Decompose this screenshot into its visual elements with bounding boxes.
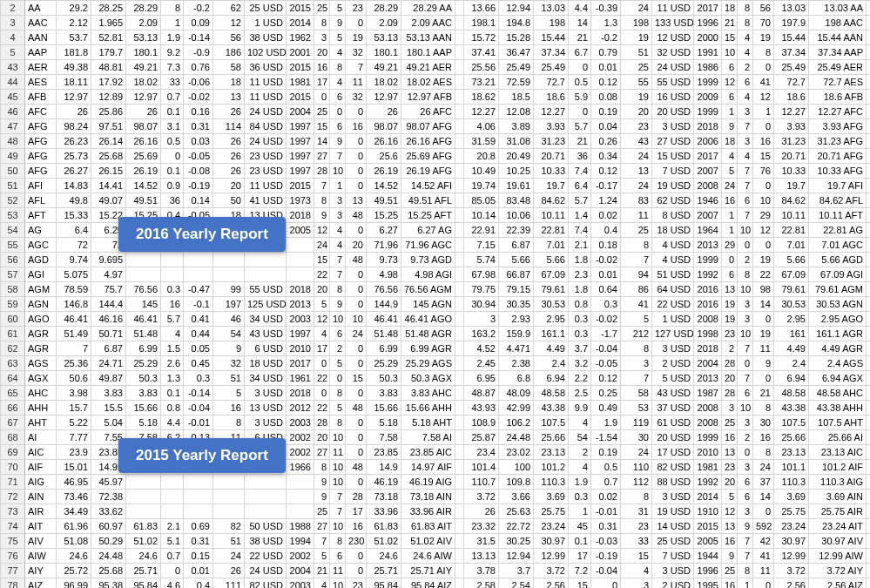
cell[interactable]: 4.49 bbox=[774, 341, 809, 356]
cell[interactable]: 133 USD bbox=[652, 16, 694, 30]
cell[interactable]: 28 bbox=[314, 164, 330, 179]
cell[interactable] bbox=[455, 475, 464, 490]
cell[interactable]: 0.45 bbox=[184, 356, 213, 371]
cell[interactable]: 0 bbox=[753, 371, 774, 386]
cell[interactable] bbox=[455, 60, 464, 75]
cell[interactable]: AFB bbox=[25, 90, 57, 105]
cell[interactable]: 7.2 bbox=[569, 564, 591, 578]
cell[interactable]: 84 USD bbox=[245, 119, 287, 134]
cell[interactable]: 14 bbox=[569, 16, 591, 30]
cell[interactable]: 0.9 bbox=[161, 179, 184, 193]
cell[interactable]: 23.02 bbox=[499, 445, 534, 460]
cell[interactable]: 25.49 bbox=[534, 60, 569, 75]
row-number[interactable]: 2 bbox=[1, 1, 25, 16]
cell[interactable]: 12.27 AFC bbox=[809, 105, 867, 119]
cell[interactable] bbox=[161, 490, 184, 504]
table-row[interactable]: 76AIW24.624.4824.60.70.152422 USD2002560… bbox=[1, 549, 871, 564]
cell[interactable]: 0.19 bbox=[591, 445, 621, 460]
cell[interactable]: 0.69 bbox=[184, 519, 213, 534]
cell[interactable]: -0.2 bbox=[591, 30, 621, 45]
cell[interactable]: 24 USD bbox=[652, 60, 694, 75]
cell[interactable]: 48.58 AHC bbox=[809, 386, 867, 401]
row-number[interactable]: 53 bbox=[1, 208, 25, 223]
cell[interactable]: 50.6 bbox=[57, 371, 91, 386]
cell[interactable]: 18.6 bbox=[774, 90, 809, 105]
cell[interactable]: 8 bbox=[330, 534, 346, 549]
cell[interactable]: AIG bbox=[25, 475, 57, 490]
cell[interactable] bbox=[455, 149, 464, 164]
cell[interactable]: 53.13 bbox=[126, 30, 161, 45]
cell[interactable]: 41 bbox=[621, 297, 652, 312]
cell[interactable]: 25.66 AI bbox=[809, 430, 867, 445]
cell[interactable]: 13 bbox=[722, 282, 738, 297]
cell[interactable]: 0.25 bbox=[591, 386, 621, 401]
cell[interactable] bbox=[455, 401, 464, 416]
cell[interactable]: 25.69 bbox=[126, 149, 161, 164]
cell[interactable]: AFI bbox=[25, 179, 57, 193]
cell[interactable]: 8 bbox=[753, 45, 774, 60]
cell[interactable]: 0.05 bbox=[184, 341, 213, 356]
cell[interactable]: 8 bbox=[738, 1, 753, 16]
cell[interactable]: 0.09 bbox=[184, 16, 213, 30]
cell[interactable]: 0 bbox=[346, 297, 367, 312]
cell[interactable]: 46.41 AGO bbox=[401, 312, 455, 327]
cell[interactable]: 0 bbox=[738, 238, 753, 253]
cell[interactable]: 7.58 bbox=[367, 430, 401, 445]
cell[interactable] bbox=[867, 119, 871, 134]
cell[interactable] bbox=[867, 371, 871, 386]
cell[interactable]: 61.83 AIT bbox=[401, 519, 455, 534]
row-number[interactable]: 4 bbox=[1, 30, 25, 45]
cell[interactable]: 2000 bbox=[694, 30, 722, 45]
cell[interactable]: 7.01 bbox=[774, 238, 809, 253]
cell[interactable]: 3 bbox=[738, 416, 753, 430]
cell[interactable]: 2 USD bbox=[652, 578, 694, 589]
cell[interactable]: -1.7 bbox=[591, 327, 621, 341]
cell[interactable]: 0.79 bbox=[591, 45, 621, 60]
cell[interactable]: 49.51 AFL bbox=[401, 193, 455, 208]
cell[interactable]: AFC bbox=[25, 105, 57, 119]
cell[interactable]: 119 bbox=[621, 416, 652, 430]
cell[interactable]: 0 bbox=[314, 356, 330, 371]
cell[interactable]: 16 bbox=[213, 401, 245, 416]
cell[interactable]: -0.03 bbox=[591, 534, 621, 549]
cell[interactable]: 0 bbox=[346, 149, 367, 164]
cell[interactable]: 0 bbox=[346, 134, 367, 149]
cell[interactable]: 25.66 bbox=[534, 430, 569, 445]
cell[interactable]: 0.7 bbox=[591, 475, 621, 490]
cell[interactable]: 48.09 bbox=[499, 386, 534, 401]
cell[interactable]: 1981 bbox=[694, 460, 722, 475]
cell[interactable]: 6 bbox=[738, 193, 753, 208]
cell[interactable]: 8 bbox=[330, 282, 346, 297]
cell[interactable]: 14.9 bbox=[367, 460, 401, 475]
cell[interactable]: 3 bbox=[738, 105, 753, 119]
cell[interactable]: 26.14 bbox=[91, 134, 126, 149]
cell[interactable]: 30 bbox=[621, 430, 652, 445]
cell[interactable]: 109.8 bbox=[499, 475, 534, 490]
cell[interactable]: 3 bbox=[464, 312, 499, 327]
cell[interactable]: 3.1 bbox=[161, 119, 184, 134]
cell[interactable]: 26.16 bbox=[367, 134, 401, 149]
cell[interactable]: 25.29 bbox=[126, 356, 161, 371]
cell[interactable] bbox=[213, 267, 245, 282]
cell[interactable]: 15 bbox=[621, 549, 652, 564]
cell[interactable]: 3.69 bbox=[534, 490, 569, 504]
cell[interactable]: 12 bbox=[213, 16, 245, 30]
cell[interactable]: 0 bbox=[346, 223, 367, 238]
cell[interactable]: 20 bbox=[621, 105, 652, 119]
cell[interactable]: 49.21 AER bbox=[401, 60, 455, 75]
cell[interactable]: 14.52 AFI bbox=[401, 179, 455, 193]
cell[interactable]: 23.13 bbox=[534, 445, 569, 460]
table-row[interactable]: 74AIT61.9660.9761.832.10.698250 USD19882… bbox=[1, 519, 871, 534]
cell[interactable]: 15.72 bbox=[464, 30, 499, 45]
cell[interactable]: 2008 bbox=[694, 401, 722, 416]
cell[interactable]: 15 USD bbox=[652, 149, 694, 164]
cell[interactable]: 24.71 bbox=[91, 356, 126, 371]
cell[interactable]: 2.2 bbox=[569, 371, 591, 386]
cell[interactable]: 24 bbox=[621, 1, 652, 16]
cell[interactable]: 22 bbox=[314, 401, 330, 416]
cell[interactable]: 1997 bbox=[287, 164, 314, 179]
cell[interactable]: 180.1 bbox=[367, 45, 401, 60]
cell[interactable]: -0.05 bbox=[591, 356, 621, 371]
cell[interactable]: 12 bbox=[722, 75, 738, 90]
cell[interactable] bbox=[245, 475, 287, 490]
